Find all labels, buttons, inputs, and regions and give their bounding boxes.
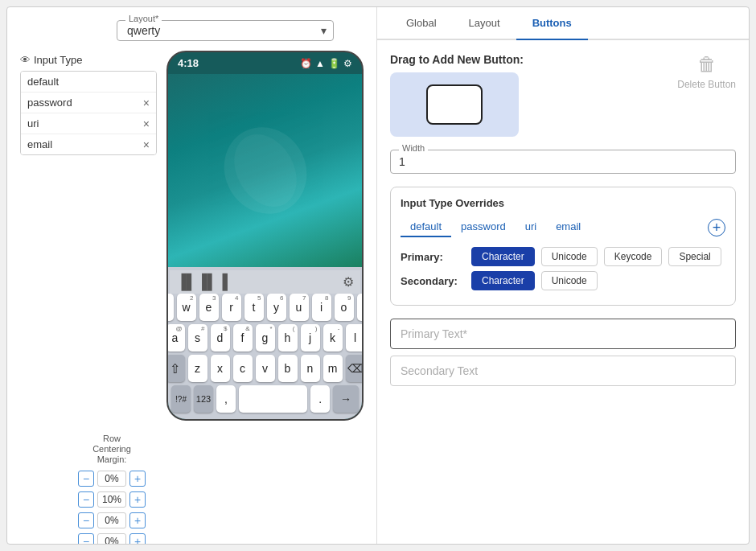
keyboard-rows: q w2 e3 r4 t5 y6 u7 i8 o9 p0	[170, 294, 360, 416]
phone-mockup: 4:18 ⏰ ▲ 🔋 ⚙	[166, 51, 364, 421]
key-y[interactable]: y6	[267, 294, 286, 321]
layout-selector[interactable]: Layout* qwerty ▾	[117, 20, 334, 41]
row-ctrl-val-0: 0%	[97, 471, 126, 487]
drag-label: Drag to Add New Button:	[390, 53, 658, 66]
key-v[interactable]: v	[256, 355, 275, 382]
overrides-tabs: default password uri email +	[401, 217, 725, 237]
row-ctrl-minus-1[interactable]: −	[78, 491, 94, 508]
key-t[interactable]: t5	[244, 294, 264, 321]
key-period[interactable]: .	[310, 385, 330, 413]
key-q[interactable]: q	[166, 294, 174, 321]
key-l[interactable]: l	[346, 324, 364, 352]
keyboard-area: ▐▌▐▌▐ ⚙ q w2 e3 r4 t5 y6 u7	[168, 267, 362, 419]
overrides-tab-uri[interactable]: uri	[516, 217, 546, 237]
key-d[interactable]: d$	[211, 324, 230, 352]
row-ctrl-plus-2[interactable]: +	[129, 512, 146, 528]
row-ctrl-plus-0[interactable]: +	[129, 471, 146, 487]
keyboard-row-4: !?# 123 , . →	[171, 385, 359, 413]
row-control-3: − 0% +	[78, 533, 146, 545]
row-ctrl-plus-1[interactable]: +	[129, 491, 146, 508]
key-123[interactable]: 123	[194, 385, 213, 413]
key-shift[interactable]: ⇧	[166, 355, 185, 382]
overrides-tab-default[interactable]: default	[401, 217, 451, 237]
overrides-title: Input Type Overrides	[401, 197, 725, 209]
row-ctrl-minus-2[interactable]: −	[78, 512, 94, 528]
tab-buttons[interactable]: Buttons	[516, 7, 588, 40]
layout-selector-value: qwerty	[127, 24, 160, 37]
layout-selector-label: Layout*	[125, 14, 162, 23]
input-type-item-password[interactable]: password ×	[21, 93, 156, 113]
phone-status-bar: 4:18 ⏰ ▲ 🔋 ⚙	[168, 52, 362, 74]
row-ctrl-minus-3[interactable]: −	[78, 533, 94, 545]
key-o[interactable]: o9	[335, 294, 354, 321]
primary-unicode-btn[interactable]: Unicode	[541, 247, 598, 266]
remove-uri-icon[interactable]: ×	[143, 118, 150, 130]
key-space[interactable]	[239, 385, 307, 413]
row-ctrl-val-3: 0%	[97, 533, 126, 545]
key-i[interactable]: i8	[312, 294, 331, 321]
key-n[interactable]: n	[301, 355, 320, 382]
primary-keycode-btn[interactable]: Keycode	[604, 247, 663, 266]
key-h[interactable]: h(	[278, 324, 298, 352]
row-ctrl-val-2: 0%	[97, 512, 126, 528]
eye-icon: 👁	[20, 54, 31, 66]
settings-icon[interactable]: ⚙	[343, 58, 352, 69]
secondary-label: Secondary:	[401, 275, 465, 287]
primary-character-btn[interactable]: Character	[471, 247, 535, 266]
key-a[interactable]: a@	[166, 324, 185, 352]
remove-email-icon[interactable]: ×	[143, 139, 150, 150]
key-p[interactable]: p0	[357, 294, 364, 321]
key-b[interactable]: b	[278, 355, 298, 382]
key-f[interactable]: f&	[233, 324, 253, 352]
chevron-down-icon: ▾	[321, 24, 327, 37]
key-backspace[interactable]: ⌫	[346, 355, 364, 382]
row-controls-area: Row Centering Margin: − 0% + − 10% + − 0…	[20, 434, 364, 545]
width-input[interactable]	[399, 155, 727, 168]
primary-special-btn[interactable]: Special	[668, 247, 721, 266]
key-r[interactable]: r4	[222, 294, 241, 321]
row-control-1: − 10% +	[78, 491, 146, 508]
key-x[interactable]: x	[211, 355, 230, 382]
add-override-tab-button[interactable]: +	[708, 219, 725, 236]
overrides-tab-password[interactable]: password	[451, 217, 516, 237]
row-control-2: − 0% +	[78, 512, 146, 528]
leaf-decoration	[217, 122, 314, 219]
key-j[interactable]: j)	[301, 324, 320, 352]
key-c[interactable]: c	[233, 355, 253, 382]
key-u[interactable]: u7	[290, 294, 309, 321]
row-ctrl-minus-0[interactable]: −	[78, 471, 94, 487]
width-field: Width	[390, 150, 736, 174]
key-g[interactable]: g*	[256, 324, 275, 352]
key-w[interactable]: w2	[177, 294, 196, 321]
key-comma[interactable]: ,	[216, 385, 236, 413]
delete-button-label: Delete Button	[677, 79, 736, 90]
input-type-item-default[interactable]: default	[21, 72, 156, 93]
secondary-unicode-btn[interactable]: Unicode	[541, 271, 598, 290]
key-k[interactable]: k-	[323, 324, 343, 352]
row-ctrl-plus-3[interactable]: +	[129, 533, 146, 545]
key-s[interactable]: s#	[188, 324, 207, 352]
key-z[interactable]: z	[188, 355, 207, 382]
tab-layout[interactable]: Layout	[453, 7, 516, 40]
secondary-text-input[interactable]	[390, 356, 736, 386]
primary-label: Primary:	[401, 251, 465, 263]
key-e[interactable]: e3	[199, 294, 219, 321]
key-return[interactable]: →	[333, 385, 359, 413]
width-field-label: Width	[399, 143, 428, 153]
tab-global[interactable]: Global	[390, 7, 453, 40]
row-control-0: − 0% +	[78, 471, 146, 487]
remove-password-icon[interactable]: ×	[143, 97, 150, 109]
barcode-icon[interactable]: ▐▌▐▌▐	[176, 273, 228, 290]
primary-text-input[interactable]	[390, 319, 736, 349]
keyboard-row-1: q w2 e3 r4 t5 y6 u7 i8 o9 p0	[171, 294, 359, 321]
delete-button-area[interactable]: 🗑 Delete Button	[677, 53, 736, 90]
button-preview-area[interactable]	[390, 72, 519, 137]
input-type-item-uri[interactable]: uri ×	[21, 113, 156, 134]
key-m[interactable]: m	[323, 355, 343, 382]
input-type-item-email[interactable]: email ×	[21, 134, 156, 154]
overrides-tab-email[interactable]: email	[546, 217, 590, 237]
key-symbols[interactable]: !?#	[171, 385, 191, 413]
secondary-character-btn[interactable]: Character	[471, 271, 535, 290]
keyboard-toolbar: ▐▌▐▌▐ ⚙	[170, 270, 360, 294]
keyboard-gear-icon[interactable]: ⚙	[343, 274, 354, 290]
